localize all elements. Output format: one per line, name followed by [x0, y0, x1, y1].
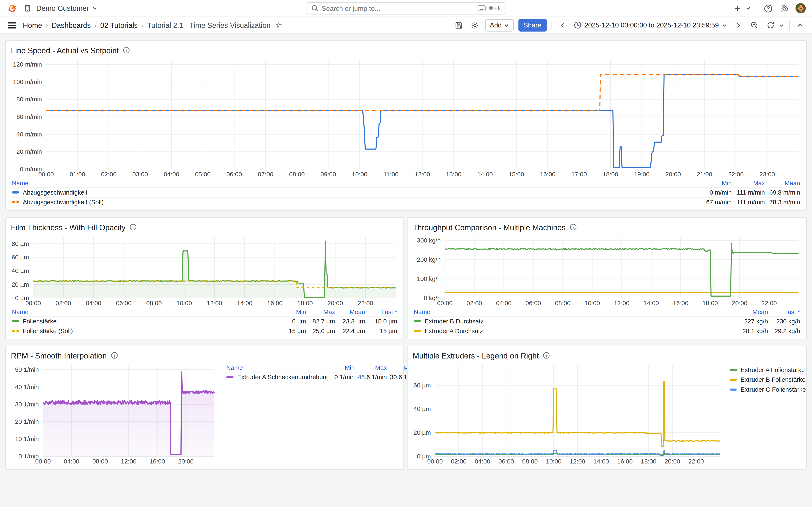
zoom-out-button[interactable] [749, 19, 760, 31]
org-switcher[interactable]: Demo Customer [22, 3, 97, 14]
svg-text:04:00: 04:00 [496, 299, 512, 306]
svg-text:00:00: 00:00 [35, 458, 51, 465]
legend-series-toggle[interactable]: Extruder B Folienstärke [730, 375, 801, 385]
top-nav: Demo Customer ⌘+k [0, 0, 812, 17]
legend-col-name[interactable]: Name [226, 364, 328, 372]
avatar[interactable] [796, 3, 806, 13]
svg-text:12:00: 12:00 [121, 458, 137, 465]
panel-film-thickness: Film Thickness - With Fill Opacity 0 µm2… [5, 217, 404, 339]
panel-title[interactable]: RPM - Smooth Interpolation [11, 351, 107, 360]
svg-text:40 µm: 40 µm [12, 267, 29, 274]
legend-col-max[interactable]: Max [355, 364, 387, 372]
svg-text:02:00: 02:00 [56, 299, 71, 306]
svg-text:20:00: 20:00 [665, 458, 680, 465]
legend-series-toggle[interactable]: Abzugsgeschwindigkeit [12, 189, 699, 196]
svg-text:60 µm: 60 µm [12, 254, 29, 261]
collapse-toolbar-button[interactable] [795, 19, 806, 31]
svg-text:10:00: 10:00 [585, 299, 600, 306]
legend-series-toggle[interactable]: Extruder A Durchsatz [414, 327, 732, 335]
time-series-plot[interactable]: 0 m/min20 m/min40 m/min60 m/min80 m/min1… [11, 56, 801, 179]
legend-series-toggle[interactable]: Extruder A Folienstärke [730, 365, 801, 375]
help-button[interactable] [762, 3, 774, 14]
svg-text:16:00: 16:00 [540, 171, 556, 178]
legend-col-last[interactable]: Last * [365, 308, 397, 316]
chevron-right-icon: › [94, 21, 97, 29]
breadcrumb-folder[interactable]: 02 Tutorials [100, 21, 138, 29]
dashboard-canvas: Line Speed - Actual vs Setpoint 0 m/min2… [0, 34, 812, 507]
share-button[interactable]: Share [518, 19, 547, 31]
new-button[interactable] [732, 3, 743, 14]
legend-col-min[interactable]: Min [699, 180, 732, 187]
info-icon[interactable] [111, 352, 118, 359]
dashboard-settings-button[interactable] [469, 19, 480, 31]
svg-text:18:00: 18:00 [297, 299, 313, 306]
legend-row: Folienstärke (Soll) 15 µm 25.0 µm 22.4 µ… [11, 326, 398, 336]
panel-title[interactable]: Multiple Extruders - Legend on Right [413, 351, 539, 360]
time-shift-back-button[interactable] [556, 19, 568, 31]
breadcrumb-dashboards[interactable]: Dashboards [52, 21, 91, 29]
legend-row: Abzugsgeschwindigkeit 0 m/min 111 m/min … [11, 187, 801, 197]
chevron-down-icon [92, 6, 97, 11]
svg-text:07:00: 07:00 [258, 171, 273, 178]
divider [757, 4, 757, 13]
legend-series-toggle[interactable]: Folienstärke (Soll) [12, 327, 279, 335]
breadcrumb-home[interactable]: Home [23, 21, 42, 29]
panel-title[interactable]: Film Thickness - With Fill Opacity [11, 223, 125, 231]
legend-series-toggle[interactable]: Folienstärke [12, 318, 279, 325]
svg-text:10:00: 10:00 [352, 171, 367, 178]
legend-col-mean[interactable]: Mean [732, 308, 768, 316]
legend-series-toggle[interactable]: Abzugsgeschwindigkeit (Soll) [12, 199, 699, 206]
svg-text:80 µm: 80 µm [12, 240, 29, 247]
legend-col-min[interactable]: Min [328, 364, 355, 372]
chevron-left-icon [560, 22, 565, 28]
refresh-interval-chevron[interactable] [778, 19, 784, 31]
svg-text:09:00: 09:00 [320, 171, 336, 178]
legend-col-name[interactable]: Name [12, 180, 699, 187]
time-series-plot[interactable]: 0 µm20 µm40 µm60 µm80 µm00:0002:0004:000… [11, 233, 398, 308]
svg-text:18:00: 18:00 [603, 171, 618, 178]
legend-series-toggle[interactable]: Extruder C Folienstärke [730, 385, 801, 394]
legend-col-max[interactable]: Max [306, 308, 335, 316]
svg-text:22:00: 22:00 [761, 299, 777, 306]
dashboard-toolbar: Home › Dashboards › 02 Tutorials › Tutor… [0, 17, 812, 34]
info-icon[interactable] [130, 224, 137, 231]
mega-menu-button[interactable] [6, 19, 17, 31]
legend-col-mean[interactable]: Mean [335, 308, 365, 316]
rss-icon [780, 4, 789, 12]
legend-col-name[interactable]: Name [414, 308, 732, 316]
legend-col-name[interactable]: Name [12, 308, 279, 316]
time-series-plot[interactable]: 0 kg/h100 kg/h200 kg/h300 kg/h00:0002:00… [413, 233, 801, 308]
save-dashboard-button[interactable] [453, 19, 464, 31]
add-button[interactable]: Add [485, 19, 514, 31]
info-icon[interactable] [123, 47, 130, 54]
info-icon[interactable] [543, 352, 550, 359]
favorite-star-icon[interactable]: ☆ [275, 21, 282, 29]
search-bar[interactable]: ⌘+k [307, 2, 505, 14]
series-swatch [414, 320, 421, 322]
time-series-plot[interactable]: 0 µm20 µm40 µm60 µm00:0002:0004:0006:000… [413, 362, 722, 466]
panel-title[interactable]: Throughput Comparison - Multiple Machine… [413, 223, 566, 231]
time-range-picker[interactable]: 2025-12-10 00:00:00 to 2025-12-10 23:59:… [572, 21, 728, 29]
search-input[interactable] [322, 4, 474, 12]
svg-text:20 m/min: 20 m/min [16, 148, 42, 155]
info-icon[interactable] [570, 224, 577, 231]
legend-table: Name Mean Last * Extruder B Durchsatz 22… [413, 308, 801, 336]
legend-series-toggle[interactable]: Extruder A Schneckenumdrehung [226, 374, 328, 381]
search-shortcut: ⌘+k [477, 5, 501, 12]
time-shift-forward-button[interactable] [733, 19, 744, 31]
legend-series-toggle[interactable]: Extruder B Durchsatz [414, 318, 732, 325]
svg-text:20 µm: 20 µm [12, 281, 29, 288]
legend-col-min[interactable]: Min [279, 308, 306, 316]
legend-col-mean[interactable]: Mean [765, 180, 800, 187]
divider [551, 20, 552, 30]
chevron-right-icon [736, 22, 741, 28]
panel-title[interactable]: Line Speed - Actual vs Setpoint [11, 46, 119, 55]
refresh-button[interactable] [765, 19, 776, 31]
legend-col-last[interactable]: Last * [768, 308, 800, 316]
time-series-plot[interactable]: 0 1/min10 1/min20 1/min30 1/min40 1/min5… [11, 362, 217, 466]
legend-col-max[interactable]: Max [732, 180, 765, 187]
news-button[interactable] [779, 3, 790, 14]
legend-list: Extruder A Folienstärke Extruder B Folie… [722, 362, 801, 466]
new-chevron[interactable] [745, 3, 751, 14]
grafana-logo[interactable] [6, 3, 17, 14]
